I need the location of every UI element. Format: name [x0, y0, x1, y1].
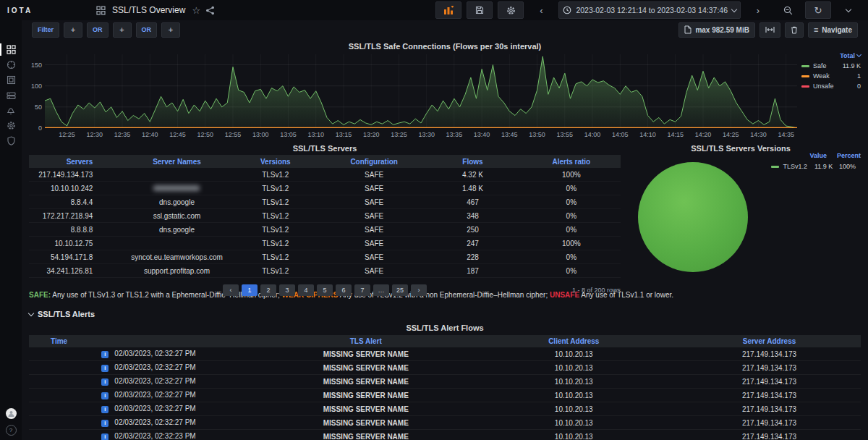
cell-configuration: SAFE — [325, 209, 423, 223]
legend-item-weak[interactable]: Weak1 — [801, 72, 861, 80]
legend-series-name: Safe — [813, 62, 843, 69]
alert-row[interactable]: i02/03/2023, 02:32:27 PMMISSING SERVER N… — [29, 375, 861, 389]
table-row[interactable]: 10.10.10.242TLSv1.2SAFE1.48 K0% — [29, 182, 621, 195]
pagination-page-button[interactable]: 7 — [354, 284, 370, 296]
legend-item-safe[interactable]: Safe11.9 K — [801, 62, 861, 69]
pagination-page-button[interactable]: 5 — [317, 284, 333, 296]
alert-row[interactable]: i02/03/2023, 02:32:27 PMMISSING SERVER N… — [29, 402, 861, 416]
column-header[interactable]: Servers — [29, 155, 127, 168]
refresh-button[interactable]: ↻ — [805, 1, 831, 19]
x-tick-label: 12:50 — [197, 131, 213, 138]
save-dashboard-button[interactable] — [467, 1, 493, 19]
zoom-out-button[interactable] — [775, 2, 800, 18]
pagination-page-button[interactable]: 3 — [279, 284, 295, 296]
cell-time: i02/03/2023, 02:32:23 PM — [29, 430, 262, 440]
add-filter-button[interactable]: + — [64, 22, 82, 38]
info-icon[interactable]: i — [101, 351, 109, 358]
info-icon[interactable]: i — [101, 365, 109, 372]
alerts-section-header[interactable]: SSL/TLS Alerts — [29, 310, 861, 318]
column-header[interactable]: Server Address — [678, 335, 861, 347]
table-row[interactable]: 34.241.126.81support.profitap.comTLSv1.2… — [29, 264, 621, 278]
add-panel-button[interactable] — [435, 1, 461, 19]
cell-server: 8.8.8.8 — [29, 223, 127, 237]
x-tick-label: 14:00 — [584, 131, 601, 138]
column-header[interactable]: Alerts ratio — [522, 155, 621, 168]
column-header[interactable]: TLS Alert — [262, 335, 470, 347]
pagination-page-button[interactable]: 25 — [392, 284, 408, 296]
user-avatar[interactable] — [6, 408, 17, 419]
star-icon[interactable]: ☆ — [192, 5, 200, 16]
pagination-page-button[interactable]: 1 — [242, 284, 258, 296]
sidebar-item-alerting[interactable] — [0, 103, 22, 118]
legend-series-total: 11.9 K — [843, 62, 861, 69]
pie-legend-item[interactable]: TLSv1.211.9 K100% — [771, 163, 861, 170]
sidebar-item-settings[interactable] — [0, 118, 22, 133]
pagination-page-button[interactable]: 4 — [298, 284, 314, 296]
time-range-picker[interactable]: 2023-02-03 12:21:14 to 2023-02-03 14:37:… — [558, 1, 741, 19]
table-row[interactable]: 54.194.171.8syncot.eu.teamworkops.comTLS… — [29, 250, 621, 264]
share-icon[interactable] — [205, 6, 215, 15]
info-icon[interactable]: i — [101, 378, 109, 386]
alert-row[interactable]: i02/03/2023, 02:32:27 PMMISSING SERVER N… — [29, 416, 861, 430]
y-tick-label: 0 — [38, 124, 42, 132]
legend-series-total: 1 — [857, 72, 861, 80]
sidebar-item-explore[interactable] — [0, 57, 22, 72]
timeseries-chart[interactable] — [45, 54, 797, 128]
column-header[interactable]: Configuration — [325, 155, 423, 168]
fit-width-button[interactable] — [760, 22, 780, 38]
sidebar-item-dashboards[interactable] — [0, 42, 22, 57]
pagination-prev-button[interactable]: ‹ — [223, 284, 239, 296]
cell-tls-alert: MISSING SERVER NAME — [262, 347, 470, 361]
sidebar-item-storage[interactable] — [0, 88, 22, 103]
pagination-page-button[interactable]: 2 — [260, 284, 276, 296]
column-header[interactable]: Flows — [423, 155, 522, 168]
info-icon[interactable]: i — [101, 420, 109, 427]
alert-flows-panel: SSL/TLS Alert Flows TimeTLS AlertClient … — [29, 322, 861, 440]
info-icon[interactable]: i — [101, 433, 109, 440]
column-header[interactable]: Client Address — [470, 335, 678, 347]
alert-row[interactable]: i02/03/2023, 02:32:27 PMMISSING SERVER N… — [29, 347, 861, 361]
column-header[interactable]: Versions — [226, 155, 325, 168]
refresh-interval-dropdown[interactable] — [836, 2, 861, 18]
trash-button[interactable] — [785, 22, 804, 38]
info-icon[interactable]: i — [101, 406, 109, 413]
table-row[interactable]: 217.149.134.173TLSv1.2SAFE4.32 K100% — [29, 168, 621, 182]
filter-button[interactable]: Filter — [32, 22, 59, 38]
table-row[interactable]: 172.217.218.94ssl.gstatic.comTLSv1.2SAFE… — [29, 209, 621, 223]
alert-row[interactable]: i02/03/2023, 02:32:23 PMMISSING SERVER N… — [29, 430, 861, 440]
chart-legend: Total Safe11.9 KWeak1Unsafe0 — [801, 52, 861, 93]
table-row[interactable]: 8.8.8.8dns.googleTLSv1.2SAFE2500% — [29, 223, 621, 237]
table-row[interactable]: 8.8.4.4dns.googleTLSv1.2SAFE4670% — [29, 195, 621, 209]
add-or-button-2[interactable]: + — [161, 22, 180, 38]
cell-server: 172.217.218.94 — [29, 209, 127, 223]
alert-row[interactable]: i02/03/2023, 02:32:27 PMMISSING SERVER N… — [29, 361, 861, 375]
legend-total-header[interactable]: Total — [801, 52, 861, 59]
help-icon[interactable]: ? — [6, 425, 17, 436]
info-icon[interactable]: i — [101, 392, 109, 399]
add-or-button-1[interactable]: + — [113, 22, 132, 38]
cell-time: i02/03/2023, 02:32:27 PM — [29, 402, 262, 416]
time-forward-button[interactable]: › — [746, 2, 770, 18]
or-button-1[interactable]: OR — [87, 22, 109, 38]
cell-alerts-ratio: 100% — [522, 168, 621, 182]
x-tick-label: 12:25 — [59, 131, 75, 138]
column-header[interactable]: Server Names — [127, 155, 226, 168]
table-row[interactable]: 10.10.12.75TLSv1.2SAFE247100% — [29, 237, 621, 250]
pagination-page-button[interactable]: 6 — [336, 284, 352, 296]
time-back-button[interactable]: ‹ — [529, 2, 553, 18]
x-tick-label: 14:30 — [750, 131, 767, 138]
cell-server-name: support.profitap.com — [127, 264, 226, 278]
sidebar-item-panels[interactable] — [0, 72, 22, 88]
navigate-button[interactable]: ≡ Navigate — [808, 22, 858, 38]
max-size-button[interactable]: max 982.59 MiB — [678, 22, 755, 38]
pagination-page-button[interactable]: … — [373, 284, 389, 296]
legend-item-unsafe[interactable]: Unsafe0 — [801, 82, 861, 90]
cell-tls-alert: MISSING SERVER NAME — [262, 375, 470, 389]
column-header[interactable]: Time — [29, 335, 262, 347]
pagination-next-button[interactable]: › — [411, 284, 427, 296]
dashboard-settings-button[interactable] — [498, 1, 524, 19]
pie-chart[interactable] — [638, 162, 748, 272]
alert-row[interactable]: i02/03/2023, 02:32:27 PMMISSING SERVER N… — [29, 389, 861, 402]
or-button-2[interactable]: OR — [136, 22, 158, 38]
sidebar-item-security[interactable] — [0, 133, 22, 148]
